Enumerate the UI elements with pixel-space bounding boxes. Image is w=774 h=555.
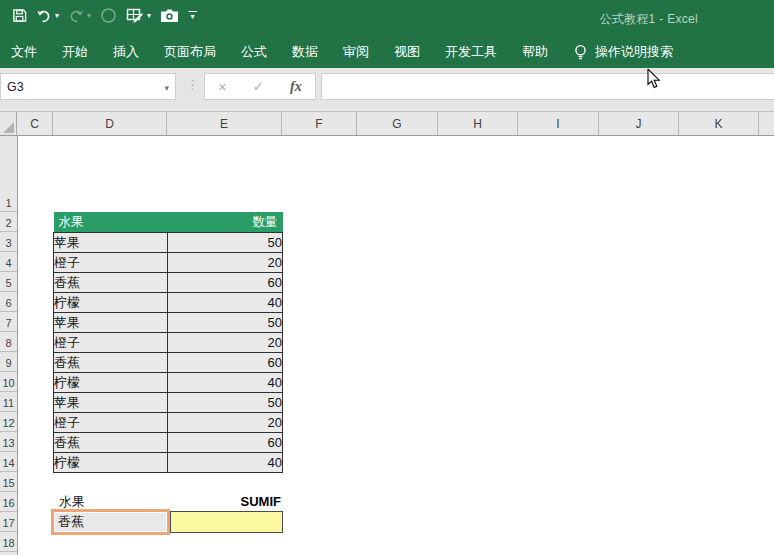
- row-header-9[interactable]: 9: [0, 352, 17, 372]
- ribbon-tab-8[interactable]: 视图: [394, 43, 420, 61]
- column-header-E[interactable]: E: [167, 112, 282, 135]
- quantity-cell[interactable]: 60: [168, 273, 283, 293]
- worksheet: CDEFGHIJK 123456789101112131415161718 水果…: [0, 112, 774, 555]
- column-header-G[interactable]: G: [357, 112, 438, 135]
- fruit-cell[interactable]: 橙子: [54, 413, 168, 433]
- row-header-2[interactable]: 2: [0, 212, 17, 232]
- quantity-cell[interactable]: 60: [168, 353, 283, 373]
- row-header-16[interactable]: 16: [0, 492, 17, 512]
- result-cell-yellow[interactable]: [170, 511, 283, 533]
- save-button[interactable]: [12, 8, 27, 23]
- row-header-11[interactable]: 11: [0, 392, 17, 412]
- column-header-F[interactable]: F: [282, 112, 357, 135]
- row-header-18[interactable]: 18: [0, 532, 17, 552]
- ribbon-tab-7[interactable]: 审阅: [343, 43, 369, 61]
- quantity-cell[interactable]: 50: [168, 393, 283, 413]
- formula-input[interactable]: [321, 73, 774, 100]
- separator-dots: ⋮: [186, 77, 199, 92]
- table-row: 苹果50: [54, 233, 283, 253]
- name-box[interactable]: G3 ▾: [0, 73, 176, 100]
- cancel-button[interactable]: ×: [218, 80, 226, 94]
- row-header-10[interactable]: 10: [0, 372, 17, 392]
- column-header-row: CDEFGHIJK: [0, 112, 774, 136]
- undo-dropdown-icon[interactable]: ▾: [55, 12, 59, 20]
- quantity-cell[interactable]: 40: [168, 373, 283, 393]
- fruit-cell[interactable]: 柠檬: [54, 293, 168, 313]
- table-row: 苹果50: [54, 313, 283, 333]
- select-all-button[interactable]: [0, 112, 17, 135]
- row-header-14[interactable]: 14: [0, 452, 17, 472]
- undo-button[interactable]: ▾: [36, 9, 59, 23]
- redo-icon: [68, 9, 84, 23]
- quantity-cell[interactable]: 40: [168, 293, 283, 313]
- ribbon-tab-3[interactable]: 插入: [113, 43, 139, 61]
- column-header-K[interactable]: K: [679, 112, 759, 135]
- quantity-cell[interactable]: 20: [168, 413, 283, 433]
- row-header-3[interactable]: 3: [0, 232, 17, 252]
- insert-function-button[interactable]: fx: [290, 80, 302, 94]
- column-header-D[interactable]: D: [53, 112, 167, 135]
- fruit-cell[interactable]: 苹果: [54, 233, 168, 253]
- fruit-cell[interactable]: 柠檬: [54, 373, 168, 393]
- quantity-cell[interactable]: 60: [168, 433, 283, 453]
- table-row: 橙子20: [54, 413, 283, 433]
- ribbon-tab-9[interactable]: 开发工具: [445, 43, 497, 61]
- redo-button[interactable]: ▾: [68, 9, 91, 23]
- select-all-triangle-icon: [3, 122, 14, 133]
- draw-table-dropdown-icon[interactable]: ▾: [147, 12, 151, 20]
- fruit-cell[interactable]: 香蕉: [54, 273, 168, 293]
- sumif-label-cell[interactable]: SUMIF: [167, 492, 282, 512]
- chevron-down-icon[interactable]: ▾: [164, 83, 169, 93]
- column-header-J[interactable]: J: [599, 112, 679, 135]
- table-row: 柠檬40: [54, 453, 283, 473]
- criteria-cell-selected[interactable]: 香蕉: [51, 509, 170, 535]
- quantity-cell[interactable]: 50: [168, 233, 283, 253]
- quantity-cell[interactable]: 20: [168, 333, 283, 353]
- row-header-12[interactable]: 12: [0, 412, 17, 432]
- ribbon-tab-1[interactable]: 文件: [11, 43, 37, 61]
- table-row: 香蕉60: [54, 273, 283, 293]
- ribbon-tab-10[interactable]: 帮助: [522, 43, 548, 61]
- enter-button[interactable]: ✓: [253, 80, 264, 94]
- fruit-cell[interactable]: 橙子: [54, 253, 168, 273]
- row-header-13[interactable]: 13: [0, 432, 17, 452]
- column-header-H[interactable]: H: [438, 112, 518, 135]
- quantity-cell[interactable]: 20: [168, 253, 283, 273]
- row-header-7[interactable]: 7: [0, 312, 17, 332]
- quantity-cell[interactable]: 40: [168, 453, 283, 473]
- fruit-cell[interactable]: 香蕉: [54, 353, 168, 373]
- ribbon-tab-2[interactable]: 开始: [62, 43, 88, 61]
- draw-table-button[interactable]: ▾: [126, 8, 151, 24]
- row-header-17[interactable]: 17: [0, 512, 17, 532]
- camera-button[interactable]: [160, 8, 179, 23]
- ribbon-tab-bar: 文件开始插入页面布局公式数据审阅视图开发工具帮助操作说明搜索: [0, 36, 774, 68]
- row-header-15[interactable]: 15: [0, 472, 17, 492]
- row-header-4[interactable]: 4: [0, 252, 17, 272]
- row-header-8[interactable]: 8: [0, 332, 17, 352]
- ribbon-tab-5[interactable]: 公式: [241, 43, 267, 61]
- fruit-cell[interactable]: 香蕉: [54, 433, 168, 453]
- circle-tool-button[interactable]: [100, 7, 117, 24]
- column-header-I[interactable]: I: [518, 112, 599, 135]
- window-title: 公式教程1 - Excel: [599, 11, 698, 28]
- table-row: 苹果50: [54, 393, 283, 413]
- grid-area[interactable]: 水果数量苹果50橙子20香蕉60柠檬40苹果50橙子20香蕉60柠檬40苹果50…: [18, 136, 774, 555]
- camera-icon: [160, 8, 179, 23]
- save-icon: [12, 8, 27, 23]
- fruit-cell[interactable]: 橙子: [54, 333, 168, 353]
- row-header-5[interactable]: 5: [0, 272, 17, 292]
- ribbon-tab-6[interactable]: 数据: [292, 43, 318, 61]
- column-header-fill: [759, 112, 774, 135]
- fruit-table: 水果数量苹果50橙子20香蕉60柠檬40苹果50橙子20香蕉60柠檬40苹果50…: [53, 212, 283, 473]
- customize-qat-button[interactable]: ▾: [188, 11, 197, 21]
- row-header-1[interactable]: 1: [0, 136, 17, 212]
- fruit-cell[interactable]: 柠檬: [54, 453, 168, 473]
- row-header-6[interactable]: 6: [0, 292, 17, 312]
- fruit-cell[interactable]: 苹果: [54, 393, 168, 413]
- quantity-cell[interactable]: 50: [168, 313, 283, 333]
- tell-me-search[interactable]: 操作说明搜索: [573, 43, 673, 61]
- table-row: 香蕉60: [54, 353, 283, 373]
- fruit-cell[interactable]: 苹果: [54, 313, 168, 333]
- ribbon-tab-4[interactable]: 页面布局: [164, 43, 216, 61]
- column-header-C[interactable]: C: [17, 112, 53, 135]
